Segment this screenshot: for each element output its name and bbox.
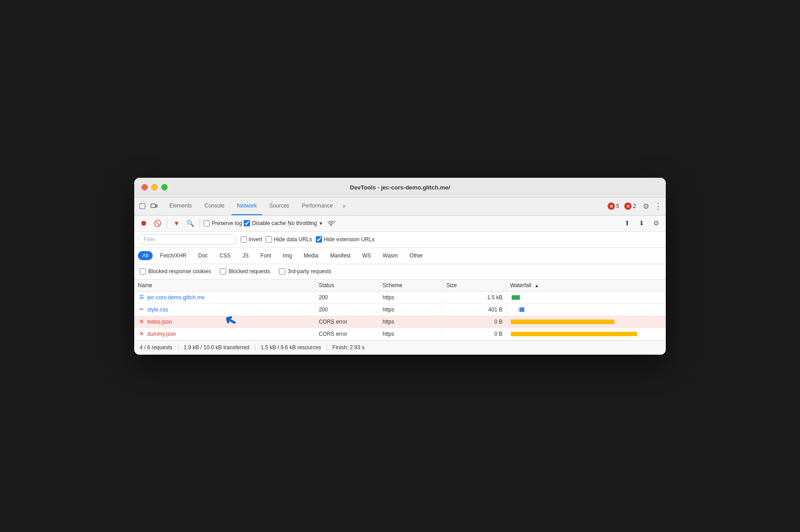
invert-checkbox[interactable] — [241, 236, 247, 243]
tab-bar: Elements Console Network Sources Perform… — [134, 198, 666, 216]
row-4-name-cell: ✕ dummy.json — [134, 328, 315, 340]
preserve-log-group[interactable]: Preserve log — [204, 220, 242, 226]
device-icon[interactable] — [150, 202, 159, 211]
row-3-scheme: https — [379, 316, 443, 328]
css-file-icon: ✏ — [138, 306, 145, 313]
close-button[interactable] — [141, 184, 148, 190]
col-header-waterfall[interactable]: Waterfall ▲ — [506, 280, 666, 292]
filter-input[interactable] — [138, 234, 237, 245]
table-header-row: Name Status Scheme Size Waterfall — [134, 280, 666, 292]
col-header-scheme[interactable]: Scheme — [379, 280, 443, 292]
error-file-icon: ✕ — [138, 318, 145, 325]
type-btn-manifest[interactable]: Manifest — [326, 251, 355, 260]
search-icon[interactable]: 🔍 — [184, 217, 196, 229]
hide-data-urls-checkbox[interactable] — [266, 236, 272, 243]
tab-performance[interactable]: Performance — [296, 198, 338, 215]
row-3-size: 0 B — [442, 316, 506, 328]
svg-line-4 — [334, 221, 335, 221]
third-party-group[interactable]: 3rd-party requests — [279, 268, 331, 275]
toolbar-divider-2 — [200, 219, 200, 228]
cursor-icon[interactable] — [138, 202, 147, 211]
table-row[interactable]: ✏ style.css 200 https 401 B — [134, 303, 666, 316]
row-4-name-content: ✕ dummy.json — [138, 330, 311, 338]
disable-cache-checkbox[interactable] — [244, 220, 250, 226]
settings-icon[interactable]: ⚙ — [641, 201, 651, 212]
tab-network[interactable]: Network — [232, 198, 262, 215]
type-btn-doc[interactable]: Doc — [194, 251, 212, 260]
type-btn-js[interactable]: JS — [238, 251, 253, 260]
tab-elements[interactable]: Elements — [164, 198, 197, 215]
upload-icon[interactable]: ⬆ — [621, 217, 633, 230]
type-btn-wasm[interactable]: Wasm — [378, 251, 403, 260]
row-2-waterfall-bar — [510, 307, 662, 312]
type-btn-img[interactable]: Img — [278, 251, 296, 260]
hide-extension-urls-checkbox[interactable] — [316, 236, 322, 243]
hide-extension-urls-group[interactable]: Hide extension URLs — [316, 236, 375, 243]
error-badge-1: ✕ 5 — [608, 203, 619, 210]
row-1-status: 200 — [315, 291, 379, 303]
checkbox-row: Blocked response cookies Blocked request… — [134, 264, 666, 280]
status-transferred: 1.9 kB / 10.0 kB transferred — [178, 344, 255, 351]
table-row[interactable]: ☰ jec-cors-demo.glitch.me 200 https 1.5 … — [134, 291, 666, 303]
table-row[interactable]: ✕ todos.json ➜ CORS error https 0 B — [134, 316, 666, 328]
filter-icon[interactable]: ▼ — [171, 217, 182, 229]
row-3-name-content: ✕ todos.json ➜ — [138, 318, 311, 325]
wifi-icon[interactable] — [325, 217, 337, 230]
type-btn-media[interactable]: Media — [299, 251, 323, 260]
type-btn-other[interactable]: Other — [405, 251, 427, 260]
row-1-name-content: ☰ jec-cors-demo.glitch.me — [138, 294, 311, 301]
type-btn-all[interactable]: All — [138, 251, 153, 260]
throttle-select[interactable]: No throttling ▼ — [288, 220, 323, 226]
clear-button[interactable]: 🚫 — [151, 217, 163, 229]
sort-arrow-icon: ▲ — [535, 283, 539, 288]
blocked-response-group[interactable]: Blocked response cookies — [140, 268, 211, 275]
row-3-status: CORS error — [315, 316, 379, 328]
row-4-waterfall-bar — [510, 331, 662, 337]
blocked-response-checkbox[interactable] — [140, 268, 146, 275]
type-btn-fetchxhr[interactable]: Fetch/XHR — [155, 251, 191, 260]
blocked-requests-checkbox[interactable] — [220, 268, 226, 275]
tab-console[interactable]: Console — [199, 198, 230, 215]
minimize-button[interactable] — [151, 184, 158, 190]
row-2-name-cell: ✏ style.css — [134, 303, 315, 316]
tab-icons — [138, 202, 159, 211]
network-table-container[interactable]: Name Status Scheme Size Waterfall — [134, 280, 666, 340]
svg-point-3 — [331, 225, 332, 226]
tab-sources[interactable]: Sources — [264, 198, 295, 215]
col-header-size[interactable]: Size — [442, 280, 506, 292]
error-icon-red: ✕ — [608, 203, 615, 210]
devtools-window: DevTools - jec-cors-demo.glitch.me/ — [134, 178, 666, 355]
more-options-icon[interactable]: ⋮ — [654, 201, 662, 211]
row-3-waterfall — [506, 316, 666, 328]
col-header-name[interactable]: Name — [134, 280, 315, 292]
disable-cache-group[interactable]: Disable cache — [244, 220, 286, 226]
more-tabs-button[interactable]: » — [340, 201, 349, 211]
row-4-scheme: https — [379, 328, 443, 340]
toolbar-divider-1 — [167, 219, 167, 228]
row-1-name-cell: ☰ jec-cors-demo.glitch.me — [134, 291, 315, 303]
row-1-waterfall-bar — [510, 295, 662, 300]
svg-rect-1 — [151, 204, 155, 207]
type-btn-font[interactable]: Font — [256, 251, 276, 260]
record-button[interactable]: ⏺ — [138, 217, 150, 229]
table-row[interactable]: ✕ dummy.json CORS error https 0 B — [134, 328, 666, 340]
waterfall-bar-yellow-dummy — [511, 332, 637, 336]
devtools-body: Elements Console Network Sources Perform… — [134, 198, 666, 355]
row-2-status: 200 — [315, 303, 379, 316]
svg-rect-2 — [156, 205, 157, 207]
third-party-checkbox[interactable] — [279, 268, 285, 275]
status-bar: 4 / 6 requests 1.9 kB / 10.0 kB transfer… — [134, 340, 666, 355]
status-finish: Finish: 2.93 s — [327, 344, 370, 351]
row-2-name-content: ✏ style.css — [138, 306, 311, 313]
preserve-log-checkbox[interactable] — [204, 220, 210, 226]
download-icon[interactable]: ⬇ — [635, 217, 648, 230]
blocked-requests-group[interactable]: Blocked requests — [220, 268, 270, 275]
invert-group[interactable]: Invert — [241, 236, 262, 243]
row-2-size: 401 B — [442, 303, 506, 316]
hide-data-urls-group[interactable]: Hide data URLs — [266, 236, 312, 243]
type-btn-ws[interactable]: WS — [358, 251, 375, 260]
settings-icon-2[interactable]: ⚙ — [650, 217, 662, 230]
col-header-status[interactable]: Status — [315, 280, 379, 292]
maximize-button[interactable] — [161, 184, 168, 190]
type-btn-css[interactable]: CSS — [215, 251, 235, 260]
